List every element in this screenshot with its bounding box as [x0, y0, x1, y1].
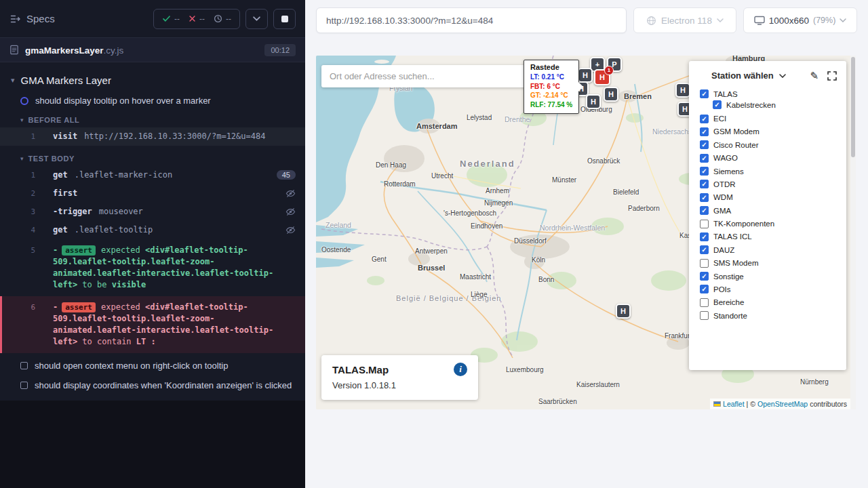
search-input[interactable] — [321, 65, 526, 87]
running-icon — [20, 97, 28, 105]
passed-count: -- — [174, 14, 180, 24]
runner-controls: -- -- -- — [153, 9, 296, 29]
test-report: ▾ GMA Markers Layer should display toolt… — [0, 62, 305, 488]
scrollbar-thumb[interactable] — [851, 57, 855, 157]
map-label: Köln — [532, 256, 545, 264]
layer-toggle-wago[interactable]: ✓WAGO — [689, 152, 846, 165]
layer-toggle-gsm-modem[interactable]: ✓GSM Modem — [689, 125, 846, 138]
checkbox-checked[interactable]: ✓ — [700, 285, 709, 293]
command-assert[interactable]: 5-assertexpected <div#leaflet-tooltip-50… — [0, 239, 305, 296]
viewport-select[interactable]: 1000x660 (79%) — [743, 7, 857, 33]
checkbox-checked[interactable]: ✓ — [700, 180, 709, 188]
url-bar[interactable]: http://192.168.10.33:3000/?m=12&u=484 — [316, 7, 627, 33]
station-marker[interactable]: H — [616, 304, 631, 319]
hidden-icon — [285, 225, 296, 235]
command-trigger[interactable]: 3-triggermouseover — [0, 203, 305, 221]
layer-toggle-pois[interactable]: ✓POIs — [689, 283, 846, 296]
pending-test-row[interactable]: should open context menu on right-click … — [0, 356, 305, 375]
layer-toggle-talas-icl[interactable]: ✓TALAS ICL — [689, 230, 846, 243]
viewport-zoom: (79%) — [813, 16, 835, 25]
clock-icon — [214, 14, 222, 23]
suite-title: GMA Markers Layer — [21, 75, 111, 86]
command-get[interactable]: 1get.leaflet-marker-icon45 — [0, 166, 305, 184]
command-log-before-all: 1visithttp://192.168.10.33:3000/?m=12&u=… — [0, 127, 305, 146]
layer-toggle-cisco-router[interactable]: ✓Cisco Router — [689, 138, 846, 151]
map-label: Düsseldorf — [514, 237, 547, 245]
leaflet-link[interactable]: Leaflet — [723, 400, 745, 408]
stop-button[interactable] — [273, 9, 296, 29]
map-label: Nordrhein-Westfalen — [540, 224, 605, 232]
map-label: Münster — [552, 176, 576, 184]
checkbox-checked[interactable]: ✓ — [700, 115, 709, 123]
checkbox-checked[interactable]: ✓ — [700, 206, 709, 215]
checkbox-unchecked[interactable] — [700, 220, 709, 228]
checkbox-checked[interactable]: ✓ — [700, 245, 709, 254]
layer-toggle-dauz[interactable]: ✓DAUZ — [689, 243, 846, 256]
layer-toggle-siemens[interactable]: ✓Siemens — [689, 165, 846, 178]
checkbox-checked[interactable]: ✓ — [700, 127, 709, 136]
info-icon[interactable]: i — [454, 363, 467, 376]
checkbox-checked[interactable]: ✓ — [700, 167, 709, 176]
checkbox-checked[interactable]: ✓ — [700, 193, 709, 202]
station-marker[interactable]: H — [675, 83, 690, 98]
fullscreen-icon[interactable] — [827, 71, 837, 81]
layer-toggle-talas[interactable]: ✓TALAS — [689, 87, 846, 100]
report-filler — [0, 401, 305, 488]
layer-toggle-bereiche[interactable]: Bereiche — [689, 296, 846, 309]
layer-toggle-sonstige[interactable]: ✓Sonstige — [689, 270, 846, 283]
app-scrollbar[interactable] — [850, 56, 856, 409]
command-first[interactable]: 2first — [0, 184, 305, 203]
map-label: Bremen — [624, 92, 652, 100]
command-get[interactable]: 4get.leaflet-tooltip — [0, 221, 305, 239]
map-label: Oostende — [321, 246, 351, 253]
section-header[interactable]: ▾ TEST BODY — [0, 148, 305, 166]
active-test-row[interactable]: should display tooltip on hover over a m… — [0, 92, 305, 110]
layer-toggle-gma[interactable]: ✓GMA — [689, 204, 846, 217]
pending-test-icon — [20, 362, 28, 369]
command-visit[interactable]: 1visithttp://192.168.10.33:3000/?m=12&u=… — [0, 127, 305, 146]
checkbox-unchecked[interactable] — [700, 311, 709, 320]
active-test-title: should display tooltip on hover over a m… — [35, 96, 211, 106]
run-stats: -- -- -- — [153, 9, 240, 29]
station-marker[interactable]: H — [604, 87, 618, 102]
section-header[interactable]: ▾ BEFORE ALL — [0, 110, 305, 127]
station-marker[interactable]: H — [586, 94, 601, 109]
cypress-runner-panel: Specs -- -- -- — [0, 0, 305, 488]
checkbox-unchecked[interactable] — [700, 259, 709, 268]
checkbox-checked[interactable]: ✓ — [700, 272, 709, 281]
layer-toggle-tk-komponenten[interactable]: TK-Komponenten — [689, 217, 846, 230]
spec-file-icon — [9, 45, 19, 55]
map-label: Eindhoven — [471, 222, 502, 230]
layer-toggle-wdm[interactable]: ✓WDM — [689, 191, 846, 204]
station-panel-header: Station wählen ✎ — [689, 61, 846, 85]
checkbox-checked[interactable]: ✓ — [700, 232, 709, 241]
collapse-runs-button[interactable] — [245, 9, 268, 29]
checkbox-unchecked[interactable] — [700, 298, 709, 307]
map-search[interactable] — [321, 65, 526, 87]
suite-row[interactable]: ▾ GMA Markers Layer — [0, 68, 305, 92]
layer-toggle-kabelstrecken[interactable]: ✓Kabelstrecken — [689, 100, 846, 112]
selected-station-marker[interactable]: H1 — [594, 69, 610, 85]
osm-link[interactable]: OpenStreetMap — [757, 400, 808, 408]
passed-stat: -- — [162, 14, 180, 24]
chevron-down-icon: ▾ — [11, 77, 15, 84]
station-select[interactable]: Station wählen — [711, 70, 774, 81]
pending-test-row[interactable]: should display coordinates when 'Koordin… — [0, 375, 305, 395]
map-label: Amsterdam — [416, 122, 458, 130]
station-marker[interactable]: H — [578, 68, 593, 83]
leaflet-flag-icon — [713, 401, 721, 407]
leaflet-map[interactable]: FryslânDrentheAmsterdamLelystadNederland… — [316, 56, 856, 409]
spec-name: gmaMarkersLayer — [25, 45, 104, 56]
browser-select[interactable]: Electron 118 — [633, 7, 736, 33]
layer-toggle-sms-modem[interactable]: SMS Modem — [689, 257, 846, 270]
checkbox-checked[interactable]: ✓ — [700, 154, 709, 163]
edit-icon[interactable]: ✎ — [810, 70, 818, 81]
layer-toggle-standorte[interactable]: Standorte — [689, 309, 846, 322]
layer-toggle-otdr[interactable]: ✓OTDR — [689, 178, 846, 190]
checkbox-checked[interactable]: ✓ — [713, 100, 722, 109]
checkbox-checked[interactable]: ✓ — [700, 140, 709, 149]
layer-toggle-eci[interactable]: ✓ECI — [689, 112, 846, 125]
checkbox-checked[interactable]: ✓ — [700, 89, 709, 98]
specs-menu-button[interactable]: Specs — [9, 13, 55, 24]
command-assert[interactable]: 6-assertexpected <div#leaflet-tooltip-50… — [0, 296, 305, 353]
